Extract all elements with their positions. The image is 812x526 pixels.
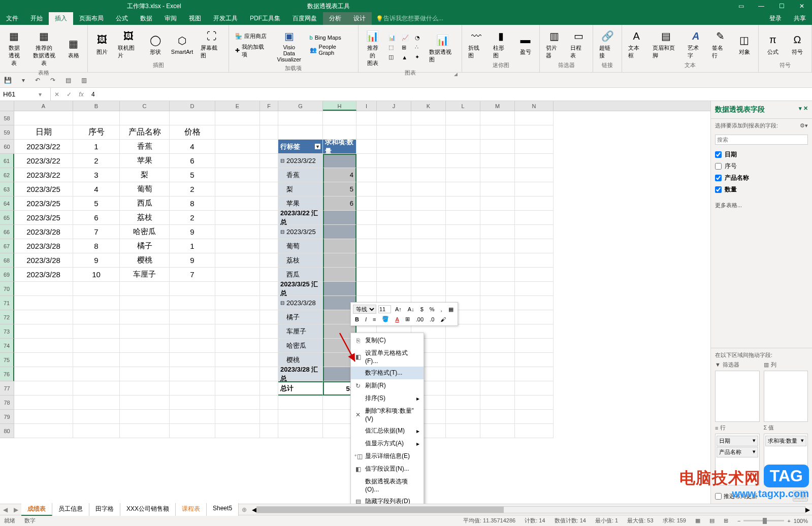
shapes-button[interactable]: ◯形状 [145,31,167,57]
cell[interactable] [260,381,278,396]
row-pill[interactable]: 日期▾ [717,436,758,446]
cell[interactable]: 2023/3/28 [14,268,73,282]
cell[interactable] [215,424,260,438]
scroll-right-icon[interactable]: ▶ [805,506,810,513]
menu-formulas[interactable]: 公式 [110,12,134,25]
slicer-button[interactable]: ▥切片器 [543,27,565,60]
cell[interactable] [170,367,215,381]
cell[interactable]: 5 [170,168,215,182]
cell[interactable] [515,225,554,239]
visio-button[interactable]: ▣Visio Data Visualizer [274,27,305,63]
cell[interactable] [215,182,260,196]
col-header-F[interactable]: F [260,101,278,111]
cell[interactable] [377,211,411,225]
cell[interactable] [260,324,278,339]
cell[interactable] [323,268,356,282]
cell[interactable] [278,111,323,125]
cell[interactable]: 哈密瓜 [278,339,323,353]
cell[interactable]: 2 [73,154,120,168]
cell[interactable] [377,125,411,140]
col-header-I[interactable]: I [356,101,377,111]
font-select[interactable]: 等线 [353,305,376,314]
cell[interactable] [215,353,260,367]
cell[interactable]: 2023/3/22 [14,140,73,154]
cell[interactable] [215,111,260,125]
cell[interactable] [323,111,356,125]
smartart-button[interactable]: ⬡SmartArt [169,31,196,56]
cell[interactable]: 2023/3/22 汇总 [278,211,323,225]
hyperlink-button[interactable]: 🔗超链接 [596,27,619,60]
cell[interactable] [260,182,278,196]
recommended-charts-button[interactable]: 📊推荐的 图表 [362,27,383,68]
cell[interactable] [73,339,120,353]
cell[interactable] [480,396,515,410]
sheet-tab[interactable]: 成绩表 [21,503,52,516]
context-item[interactable]: 值显示方式(A)▸ [351,437,424,450]
field-item[interactable]: 产品名称 [715,172,808,184]
col-header-B[interactable]: B [73,101,120,111]
col-header-L[interactable]: L [446,101,480,111]
col-header-M[interactable]: M [480,101,515,111]
cell[interactable] [120,367,170,381]
cell[interactable] [14,381,73,396]
cell[interactable]: 总计 [278,381,323,396]
cell[interactable] [170,296,215,310]
cell[interactable]: 6 [73,211,120,225]
cell[interactable] [215,140,260,154]
screenshot-button[interactable]: ⛶屏幕截图 [198,27,225,60]
cell[interactable] [377,239,411,253]
row-header[interactable]: 80 [0,424,14,438]
cell[interactable] [260,410,278,424]
context-item[interactable]: 数字格式(T)... [351,367,424,379]
cell[interactable] [170,324,215,339]
view-layout-icon[interactable]: ▤ [709,517,714,524]
tell-me[interactable]: 💡告诉我您想要做什么... [372,12,447,25]
login-button[interactable]: 登录 [763,12,788,25]
cell[interactable] [73,396,120,410]
cell[interactable] [480,239,515,253]
cell[interactable]: 苹果 [120,154,170,168]
cell[interactable]: ⊟2023/3/25 [278,225,323,239]
col-header-E[interactable]: E [215,101,260,111]
cell[interactable] [120,396,170,410]
row-header[interactable]: 60 [0,140,14,154]
cell[interactable] [260,239,278,253]
cell[interactable] [120,111,170,125]
cell[interactable] [446,424,480,438]
cell[interactable]: 2 [170,211,215,225]
cell[interactable] [260,125,278,140]
row-header[interactable]: 70 [0,282,14,296]
context-item[interactable]: ↻刷新(R) [351,379,424,392]
cell[interactable]: 价格 [170,125,215,140]
cell[interactable] [480,182,515,196]
name-box-input[interactable] [3,90,39,98]
cell[interactable] [446,140,480,154]
cell[interactable] [377,154,411,168]
cell[interactable] [73,296,120,310]
cell[interactable] [377,268,411,282]
cell[interactable] [278,424,323,438]
cell[interactable] [323,253,356,268]
row-header[interactable]: 58 [0,111,14,125]
cell[interactable]: 2023/3/25 [14,211,73,225]
cell[interactable]: 2023/3/25 汇总 [278,282,323,296]
cell[interactable] [480,324,515,339]
cell[interactable] [480,268,515,282]
chart-surface-button[interactable]: ▲ [399,53,411,61]
cell[interactable] [411,125,446,140]
cell[interactable] [278,410,323,424]
cell[interactable] [14,296,73,310]
cell[interactable] [446,367,480,381]
store-button[interactable]: 🏪应用商店 [232,31,272,41]
cell[interactable] [356,168,377,182]
cell[interactable] [73,282,120,296]
cell[interactable] [120,282,170,296]
row-header[interactable]: 64 [0,196,14,211]
cell[interactable] [356,268,377,282]
comma-icon[interactable]: , [439,305,444,313]
formula-input[interactable]: 4 [87,91,812,98]
cell[interactable]: ⊟2023/3/22 [278,154,323,168]
cell[interactable] [411,282,446,296]
cell[interactable] [170,381,215,396]
maximize-icon[interactable]: ☐ [771,0,792,12]
